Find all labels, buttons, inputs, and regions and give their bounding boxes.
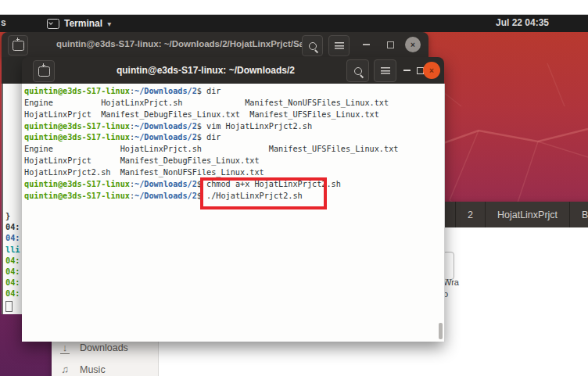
back-terminal-title: quintin@e3ds-S17-linux: ~/Downloads/2/Ho… xyxy=(56,39,311,48)
terminal-line: HojatLinxPrjct Manifest_DebugFiles_Linux… xyxy=(24,156,398,167)
annotation-red-box xyxy=(200,177,327,209)
terminal-text-segment: quintin@e3ds-S17-linux xyxy=(24,180,130,188)
back-close-button[interactable]: × xyxy=(405,37,421,52)
close-icon: × xyxy=(429,66,434,75)
back-new-tab-button[interactable] xyxy=(8,35,28,56)
sidebar-item-music[interactable]: ♫Music xyxy=(59,363,106,375)
terminal-line: } xyxy=(5,211,20,222)
pathbar-segment-binarie[interactable]: Binarie xyxy=(569,202,588,227)
terminal-text-segment: HojatLinxPrjct Manifest_DebugFiles_Linux… xyxy=(24,156,260,165)
terminal-line: quintin@e3ds-S17-linux:~/Downloads/2$ vi… xyxy=(24,121,398,133)
terminal-line: Engine HojatLinxPrjct.sh Manifest_NonUFS… xyxy=(24,98,398,109)
clock[interactable]: Jul 22 04:35 xyxy=(496,17,549,28)
back-maximize-button[interactable] xyxy=(384,38,396,51)
terminal-text-segment: ~/Downloads/2 xyxy=(134,87,197,95)
close-icon: × xyxy=(411,41,415,49)
sidebar-item-label: Music xyxy=(80,364,106,375)
download-icon: ↓ xyxy=(59,342,70,353)
terminal-text-segment: ~/Downloads/2 xyxy=(134,122,197,131)
file-label-fragment: Wra xyxy=(443,278,459,287)
terminal-line: 04: xyxy=(5,222,20,233)
back-terminal-output: }04:04:lli04:04:04:04: xyxy=(5,211,20,300)
front-close-button[interactable]: × xyxy=(423,62,440,79)
terminal-line: HojatLinxPrjct Manifest_DebugFiles_Linux… xyxy=(24,109,398,121)
terminal-text-segment: ~/Downloads/2 xyxy=(134,133,197,141)
terminal-text-segment: $ vim HojatLinxPrjct2.sh xyxy=(197,122,312,131)
terminal-line: 04: xyxy=(5,267,20,278)
terminal-line: 04: xyxy=(5,256,20,267)
back-menu-button[interactable] xyxy=(328,35,350,56)
terminal-text-segment: HojatLinxPrjct2.sh Manifest_NonUFSFiles_… xyxy=(24,168,264,177)
back-terminal-titlebar[interactable]: quintin@e3ds-S17-linux: ~/Downloads/2/Ho… xyxy=(2,32,428,57)
terminal-text-segment: $ dir xyxy=(197,87,221,95)
front-menu-button[interactable] xyxy=(374,59,396,82)
music-note-icon: ♫ xyxy=(59,363,70,375)
app-menu-label: Terminal xyxy=(64,18,102,29)
terminal-text-segment: quintin@e3ds-S17-linux xyxy=(24,87,130,95)
pathbar-segment-hojatlinxprjct[interactable]: HojatLinxPrjct xyxy=(485,202,569,227)
minimize-icon xyxy=(363,44,370,45)
terminal-app-icon xyxy=(47,19,59,29)
front-terminal-body[interactable]: quintin@e3ds-S17-linux:~/Downloads/2$ di… xyxy=(22,84,445,342)
activities-fragment[interactable]: s xyxy=(1,17,6,28)
hamburger-menu-icon xyxy=(335,42,344,49)
terminal-text-segment: ~/Downloads/2 xyxy=(134,192,197,200)
terminal-text-segment: HojatLinxPrjct Manifest_DebugFiles_Linux… xyxy=(24,110,379,119)
hamburger-menu-icon xyxy=(381,67,390,74)
gnome-top-bar: s Terminal ▾ Jul 22 04:35 xyxy=(0,15,588,32)
files-pathbar: 2HojatLinxPrjctBinarie xyxy=(455,202,588,227)
front-terminal-title: quintin@e3ds-S17-linux: ~/Downloads/2 xyxy=(100,65,311,76)
pathbar-segment-2[interactable]: 2 xyxy=(455,202,485,227)
maximize-icon xyxy=(387,41,394,48)
front-search-button[interactable] xyxy=(346,59,369,82)
new-tab-icon xyxy=(13,41,24,51)
terminal-text-segment: quintin@e3ds-S17-linux xyxy=(24,192,130,200)
back-search-button[interactable] xyxy=(302,35,323,56)
sidebar-item-label: Downloads xyxy=(80,342,128,353)
app-menu-terminal[interactable]: Terminal ▾ xyxy=(47,15,111,32)
terminal-cursor xyxy=(5,301,13,312)
search-icon xyxy=(309,42,317,50)
desktop-screen: quintin@e3ds-S17-linux: ~/Downloads/2/Ho… xyxy=(0,0,588,376)
terminal-line: 04: xyxy=(5,288,20,299)
chevron-down-icon: ▾ xyxy=(107,20,111,28)
front-new-tab-button[interactable] xyxy=(33,60,55,82)
new-tab-icon xyxy=(38,66,50,77)
terminal-text-segment: Engine HojatLinxPrjct.sh Manifest_NonUFS… xyxy=(24,98,389,107)
terminal-line: quintin@e3ds-S17-linux:~/Downloads/2$ di… xyxy=(24,86,398,98)
terminal-line: 04: xyxy=(5,233,20,244)
top-white-band xyxy=(0,0,588,15)
terminal-text-segment: quintin@e3ds-S17-linux xyxy=(24,122,130,131)
terminal-scrollbar[interactable] xyxy=(439,323,443,339)
search-icon xyxy=(354,67,362,75)
front-terminal-titlebar[interactable]: quintin@e3ds-S17-linux: ~/Downloads/2 × xyxy=(22,57,444,84)
terminal-text-segment: quintin@e3ds-S17-linux xyxy=(24,133,130,141)
front-minimize-button[interactable] xyxy=(400,64,413,77)
terminal-line: 04: xyxy=(5,278,20,288)
sidebar-item-downloads[interactable]: ↓Downloads xyxy=(59,342,128,353)
back-minimize-button[interactable] xyxy=(360,38,372,51)
terminal-line: lli xyxy=(5,245,20,256)
terminal-line: Engine HojatLinxPrjct.sh Manifest_UFSFil… xyxy=(24,144,398,156)
terminal-line: quintin@e3ds-S17-linux:~/Downloads/2$ di… xyxy=(24,132,398,144)
terminal-text-segment: ~/Downloads/2 xyxy=(134,180,197,188)
terminal-text-segment: Engine HojatLinxPrjct.sh Manifest_UFSFil… xyxy=(24,145,398,153)
minimize-icon xyxy=(403,70,411,71)
terminal-text-segment: $ dir xyxy=(197,133,221,141)
